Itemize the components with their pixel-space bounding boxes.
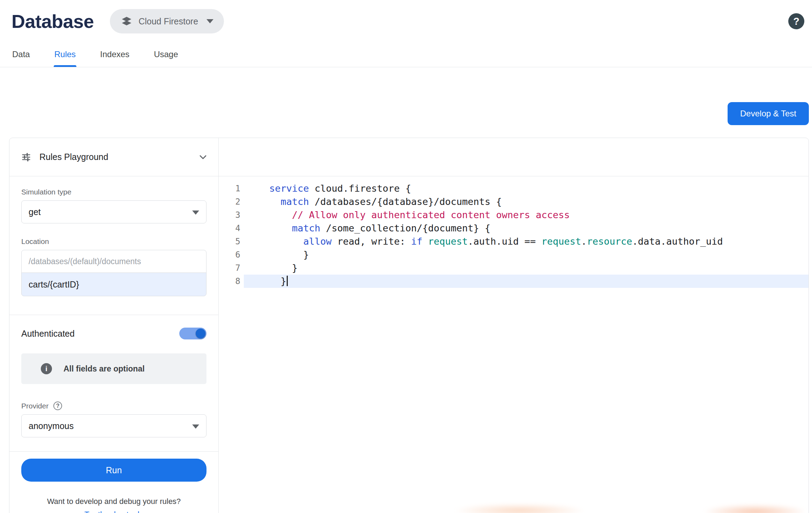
provider-label: Provider	[21, 402, 48, 410]
simulation-type-select[interactable]: get	[21, 200, 206, 223]
line-code: service cloud.firestore {	[244, 182, 809, 195]
rules-playground-title: Rules Playground	[39, 152, 108, 162]
line-number: 5	[219, 235, 244, 248]
tune-icon	[21, 152, 31, 162]
line-number: 6	[219, 248, 244, 261]
code-line[interactable]: 1service cloud.firestore {	[219, 182, 809, 195]
code-line[interactable]: 2 match /databases/{database}/documents …	[219, 195, 809, 208]
code-line[interactable]: 5 allow read, write: if request.auth.uid…	[219, 235, 809, 248]
location-path-input[interactable]: carts/{cartID}	[21, 273, 206, 296]
line-number: 3	[219, 208, 244, 222]
authenticated-toggle[interactable]	[179, 328, 206, 339]
app-header: Database Cloud Firestore ?	[0, 0, 812, 33]
line-code: }	[244, 248, 809, 261]
help-button[interactable]: ?	[788, 13, 804, 29]
code-line[interactable]: 3 // Allow only authenticated content ow…	[219, 208, 809, 222]
action-row: Develop & Test	[0, 67, 812, 125]
rules-panel: Rules Playground Simulation type get Loc…	[9, 138, 809, 513]
dev-tools-link[interactable]: Try the dev tools	[84, 510, 143, 513]
location-label: Location	[21, 237, 206, 246]
authenticated-label: Authenticated	[21, 329, 75, 339]
line-code: // Allow only authenticated content owne…	[244, 208, 809, 222]
collapse-chevron-icon[interactable]	[197, 152, 209, 163]
provider-row: Provider ?	[21, 401, 206, 410]
run-button[interactable]: Run	[21, 459, 206, 482]
location-prefix-input[interactable]: /databases/(default)/documents	[21, 250, 206, 273]
database-selector-label: Cloud Firestore	[138, 16, 198, 26]
database-selector-chip[interactable]: Cloud Firestore	[110, 9, 224, 33]
info-banner: i All fields are optional	[21, 353, 206, 384]
tab-usage[interactable]: Usage	[153, 43, 179, 67]
chevron-down-icon	[206, 19, 213, 23]
info-icon: i	[41, 363, 52, 374]
line-number: 8	[219, 275, 244, 288]
rules-playground-header[interactable]: Rules Playground	[9, 138, 219, 176]
provider-value: anonymous	[29, 421, 74, 431]
toggle-knob	[196, 329, 205, 338]
rules-playground-body: Simulation type get Location /databases/…	[9, 176, 219, 513]
line-number: 1	[219, 182, 244, 195]
line-number: 4	[219, 222, 244, 235]
rules-code-editor[interactable]: 1service cloud.firestore {2 match /datab…	[219, 176, 809, 513]
authenticated-row: Authenticated	[21, 328, 206, 339]
info-banner-text: All fields are optional	[63, 364, 145, 374]
code-line[interactable]: 7 }	[219, 261, 809, 275]
line-code: match /some_collection/{document} {	[244, 222, 809, 235]
code-lines: 1service cloud.firestore {2 match /datab…	[219, 182, 809, 288]
line-code: match /databases/{database}/documents {	[244, 195, 809, 208]
firestore-icon	[120, 15, 133, 28]
line-number: 2	[219, 195, 244, 208]
code-line[interactable]: 8 }	[219, 275, 809, 288]
text-cursor	[287, 276, 288, 286]
develop-test-button[interactable]: Develop & Test	[728, 102, 809, 125]
line-number: 7	[219, 261, 244, 275]
line-code: }	[244, 275, 809, 288]
dev-tools-prompt: Want to develop and debug your rules?	[21, 497, 206, 506]
tab-data[interactable]: Data	[12, 43, 31, 67]
tab-rules[interactable]: Rules	[54, 43, 76, 67]
code-line[interactable]: 6 }	[219, 248, 809, 261]
editor-header	[219, 138, 809, 176]
line-code: }	[244, 261, 809, 275]
divider	[9, 451, 218, 452]
provider-help-icon[interactable]: ?	[53, 401, 62, 410]
tab-indexes[interactable]: Indexes	[99, 43, 130, 67]
line-code: allow read, write: if request.auth.uid =…	[244, 235, 809, 248]
divider	[9, 315, 218, 315]
simulation-type-value: get	[29, 207, 41, 217]
page-title: Database	[12, 10, 94, 32]
code-line[interactable]: 4 match /some_collection/{document} {	[219, 222, 809, 235]
simulation-type-label: Simulation type	[21, 188, 206, 196]
tabs: DataRulesIndexesUsage	[0, 43, 812, 67]
provider-select[interactable]: anonymous	[21, 414, 206, 437]
